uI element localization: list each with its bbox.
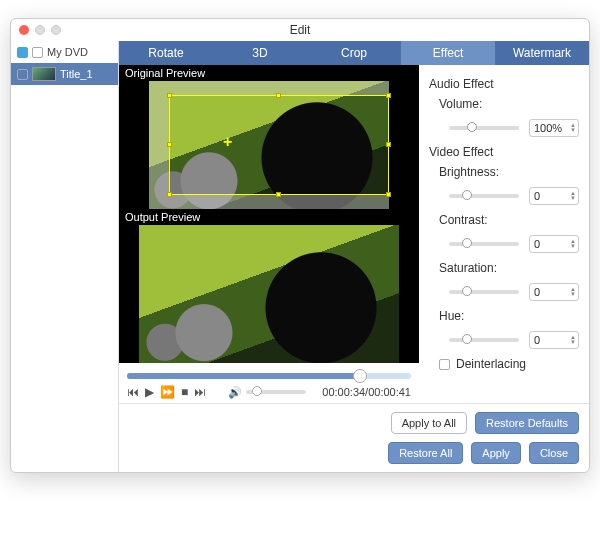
sidebar-root[interactable]: My DVD	[11, 41, 118, 63]
crop-rectangle[interactable]	[169, 95, 389, 195]
effect-panel: Audio Effect Volume: 100%▲▼ Video Effect…	[419, 65, 589, 403]
crop-handle[interactable]	[167, 93, 172, 98]
saturation-slider[interactable]	[449, 290, 519, 294]
saturation-label: Saturation:	[429, 261, 499, 275]
original-preview[interactable]: +	[119, 81, 419, 209]
brightness-stepper[interactable]: 0▲▼	[529, 187, 579, 205]
close-button[interactable]: Close	[529, 442, 579, 464]
playback-controls: ⏮ ▶ ⏩ ■ ⏭ 🔊 00:00:34/00:00:41	[119, 363, 419, 403]
sidebar-root-label: My DVD	[47, 46, 88, 58]
checkbox-icon[interactable]	[17, 69, 28, 80]
prev-button[interactable]: ⏮	[127, 385, 139, 399]
checkbox-icon[interactable]	[17, 47, 28, 58]
hue-slider[interactable]	[449, 338, 519, 342]
tab-effect[interactable]: Effect	[401, 41, 495, 65]
window-title: Edit	[11, 23, 589, 37]
titlebar: Edit	[11, 19, 589, 41]
hue-label: Hue:	[429, 309, 499, 323]
output-preview	[119, 225, 419, 363]
checkbox-icon[interactable]	[32, 47, 43, 58]
crop-shade	[149, 195, 389, 209]
apply-to-all-button[interactable]: Apply to All	[391, 412, 467, 434]
tab-rotate[interactable]: Rotate	[119, 41, 213, 65]
restore-all-button[interactable]: Restore All	[388, 442, 463, 464]
crosshair-icon[interactable]: +	[223, 133, 232, 151]
deinterlacing-checkbox[interactable]	[439, 359, 450, 370]
brightness-slider[interactable]	[449, 194, 519, 198]
volume-effect-slider[interactable]	[449, 126, 519, 130]
crop-handle[interactable]	[386, 192, 391, 197]
volume-slider[interactable]	[246, 390, 306, 394]
thumbnail-icon	[32, 67, 56, 81]
crop-handle[interactable]	[386, 142, 391, 147]
original-preview-label: Original Preview	[119, 65, 419, 81]
tab-crop[interactable]: Crop	[307, 41, 401, 65]
crop-shade	[149, 95, 169, 195]
video-effect-heading: Video Effect	[429, 145, 579, 159]
deinterlacing-label: Deinterlacing	[456, 357, 526, 371]
tabs: Rotate 3D Crop Effect Watermark	[119, 41, 589, 65]
apply-button[interactable]: Apply	[471, 442, 521, 464]
crop-shade	[149, 81, 389, 95]
play-button[interactable]: ▶	[145, 385, 154, 399]
crop-handle[interactable]	[276, 192, 281, 197]
hue-stepper[interactable]: 0▲▼	[529, 331, 579, 349]
seek-knob[interactable]	[353, 369, 367, 383]
volume-value-stepper[interactable]: 100%▲▼	[529, 119, 579, 137]
volume-icon[interactable]: 🔊	[228, 386, 242, 399]
seek-slider[interactable]	[127, 373, 411, 379]
audio-effect-heading: Audio Effect	[429, 77, 579, 91]
volume-label: Volume:	[429, 97, 499, 111]
restore-defaults-button[interactable]: Restore Defaults	[475, 412, 579, 434]
contrast-slider[interactable]	[449, 242, 519, 246]
next-button[interactable]: ⏭	[194, 385, 206, 399]
tab-watermark[interactable]: Watermark	[495, 41, 589, 65]
crop-handle[interactable]	[276, 93, 281, 98]
saturation-stepper[interactable]: 0▲▼	[529, 283, 579, 301]
sidebar-item-label: Title_1	[60, 68, 93, 80]
brightness-label: Brightness:	[429, 165, 499, 179]
tab-3d[interactable]: 3D	[213, 41, 307, 65]
contrast-stepper[interactable]: 0▲▼	[529, 235, 579, 253]
sidebar-item-title1[interactable]: Title_1	[11, 63, 118, 85]
output-preview-label: Output Preview	[119, 209, 419, 225]
footer: Apply to All Restore Defaults	[119, 403, 589, 442]
crop-handle[interactable]	[386, 93, 391, 98]
ff-button[interactable]: ⏩	[160, 385, 175, 399]
sidebar: My DVD Title_1	[11, 41, 119, 472]
stop-button[interactable]: ■	[181, 385, 188, 399]
crop-handle[interactable]	[167, 142, 172, 147]
contrast-label: Contrast:	[429, 213, 499, 227]
edit-window: Edit My DVD Title_1 Rotate 3D Crop Effec…	[10, 18, 590, 473]
playback-time: 00:00:34/00:00:41	[322, 386, 411, 398]
crop-handle[interactable]	[167, 192, 172, 197]
preview-column: Original Preview	[119, 65, 419, 403]
